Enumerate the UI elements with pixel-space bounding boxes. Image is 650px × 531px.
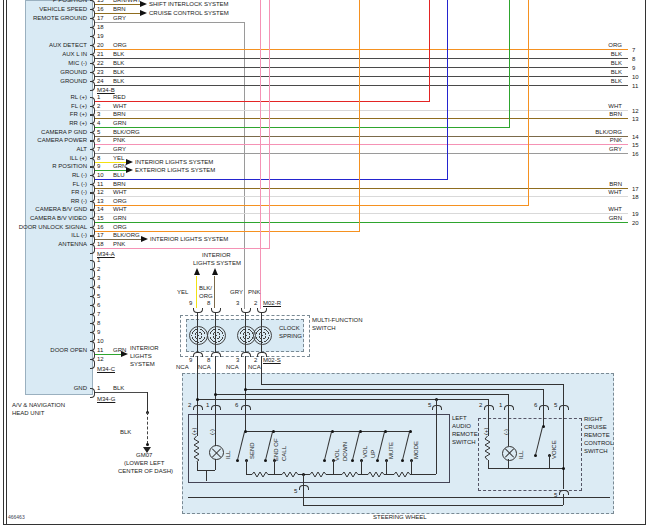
interior-lights-heading-2: LIGHTS SYSTEM (193, 260, 241, 267)
wire-color-label: RED (113, 94, 126, 101)
pin-label: CAMERA B/V GND (0, 206, 87, 213)
connector-arc (211, 308, 221, 313)
wire (206, 470, 207, 481)
resistor (252, 471, 268, 478)
pin-number: 18 (632, 194, 639, 201)
wire (411, 460, 412, 474)
wire (197, 462, 198, 470)
wire-camera-power (94, 144, 628, 145)
connector-arc (484, 405, 494, 410)
wire (333, 460, 334, 474)
wire-rl-minus-up (447, 0, 448, 180)
wire-fr-minus (94, 196, 628, 197)
pin-number: 11 (97, 181, 103, 188)
wire-alt (94, 153, 628, 154)
system-label-interior-stack-2: LIGHTS (130, 353, 152, 360)
contact-dot (236, 459, 239, 462)
wire-rr-minus-up (528, 0, 529, 206)
pin-label: GROUND (0, 69, 87, 76)
wire-color-label: BLK/ (199, 285, 212, 292)
connector-arc (257, 308, 267, 313)
arrow-right-icon (126, 159, 133, 165)
pin-number: 12 (97, 189, 104, 196)
pin-number: 9 (97, 163, 100, 170)
steering-wheel-label: STEERING WHEEL (373, 514, 427, 521)
connector-arc (299, 485, 309, 490)
wire-color-label: BRN (113, 181, 126, 188)
arrow-right-icon (141, 236, 148, 242)
pin-number: 1 (499, 402, 502, 409)
ground-location-1: (LOWER LEFT (124, 460, 164, 467)
pin-number: 2 (254, 357, 257, 364)
pin-number: 23 (97, 69, 104, 76)
pin-bracket (90, 359, 95, 369)
wire-color-label: BLK/ORG (113, 129, 140, 136)
switch-label-send: SEND (249, 442, 256, 459)
wire-rl-plus-up (429, 0, 430, 102)
contact-dot (264, 459, 267, 462)
resistor (484, 436, 491, 460)
pin-number: 11 (97, 347, 103, 354)
switch-label-mute: MUTE (388, 442, 395, 459)
arrow-up-icon (212, 268, 218, 275)
pin-label: ILL (+) (0, 155, 87, 162)
wire-fl-minus (94, 188, 628, 189)
pin-label: GND (0, 385, 87, 392)
contact-dot (376, 459, 379, 462)
pin-number: 24 (97, 78, 104, 85)
wire-color-label: NCA (226, 364, 239, 371)
ground-location-2: CENTER OF DASH) (118, 468, 173, 475)
wire-color-label: BLK (113, 60, 124, 67)
wire-color-label: BRN (552, 181, 622, 188)
ground-id: GM07 (136, 452, 152, 459)
resistor (342, 471, 358, 478)
wire-color-label: BLU (113, 172, 125, 179)
feeder-wire (261, 384, 563, 385)
pin-number: 16 (97, 6, 104, 13)
page-border-bottom (3, 524, 646, 525)
pin-number: 7 (97, 146, 100, 153)
switch-label-mode: MODE (413, 441, 420, 459)
wire (245, 414, 246, 431)
connector-arc (241, 405, 251, 410)
pin-number: 9 (97, 329, 100, 336)
wire (215, 459, 216, 470)
connector-arc (211, 352, 221, 357)
feeder-wire (245, 389, 543, 390)
connector-arc (504, 405, 514, 410)
wire-color-label: BLK/ORG (113, 232, 140, 239)
connector-arc (241, 308, 251, 313)
resistor (310, 471, 326, 478)
resistor (282, 471, 298, 478)
pin-number: 8 (97, 155, 100, 162)
pin-number: 2 (188, 402, 191, 409)
system-label-shift-interlock: SHIFT INTERLOCK SYSTEM (149, 1, 229, 8)
wire-color-label: BLK (113, 385, 124, 392)
wire-color-label: YEL (177, 289, 188, 296)
wire-color-label: GRN (552, 215, 622, 222)
pin-label: RR (+) (0, 120, 87, 127)
head-unit-label-2: HEAD UNIT (12, 410, 44, 417)
pin-number: 8 (207, 357, 210, 364)
switch-label-voice: VOICE (551, 440, 558, 459)
wire-rr-minus (94, 205, 529, 206)
wire-color-label: GRY (113, 146, 126, 153)
feeder-drop (563, 384, 564, 418)
wire-gnd-drop (147, 392, 148, 412)
pin-number: 10 (632, 74, 639, 81)
wire-color-label: BRN (552, 111, 622, 118)
pin-label: AUX DETECT (0, 42, 87, 49)
wire-antenna-up (269, 0, 270, 249)
junction-dot (146, 443, 149, 446)
junction-dot (244, 388, 247, 391)
wire-rl-plus (94, 101, 430, 102)
pin-number: 2 (254, 300, 257, 307)
resistor (394, 471, 410, 478)
wiring-diagram-page: 466463 A/V & NAVIGATION HEAD UNIT P POSI… (0, 0, 650, 531)
pin-number: 5 (554, 402, 557, 409)
pin-number: 17 (97, 15, 104, 22)
pin-number: 1 (206, 402, 209, 409)
left-switch-name-2: AUDIO (452, 423, 471, 430)
interior-lights-heading-1: INTERIOR (202, 252, 231, 259)
wire (563, 418, 564, 489)
